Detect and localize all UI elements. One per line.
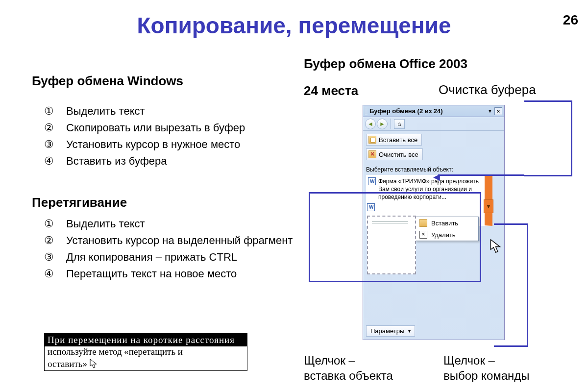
list-item: Скопировать или вырезать в буфер — [44, 120, 289, 136]
back-button[interactable]: ◄ — [365, 119, 376, 129]
callout-frame — [524, 100, 572, 176]
clipboard-item-thumb[interactable] — [367, 216, 416, 274]
separator — [391, 119, 391, 129]
callout-line — [438, 174, 524, 176]
clear-icon — [368, 150, 376, 158]
context-menu-paste[interactable]: Вставить — [416, 217, 478, 229]
list-item: Установить курсор на выделенный фрагмент — [44, 232, 299, 249]
callout-line — [494, 223, 528, 225]
button-label: Очистить все — [379, 151, 418, 158]
heading-drag: Перетягивание — [32, 195, 127, 210]
list-item: Для копирования – прижать CTRL — [44, 249, 299, 266]
annotation-command: Щелчок –выбор команды — [443, 353, 530, 383]
list-item: Выделить текст — [44, 216, 299, 232]
arrow-icon: ◀ — [433, 172, 440, 182]
options-button[interactable]: Параметры — [366, 325, 415, 337]
menu-label: Удалить — [431, 231, 456, 239]
svg-marker-0 — [90, 359, 97, 368]
menu-label: Вставить — [431, 220, 458, 227]
pane-nav: ◄ ► ⌂ — [363, 117, 504, 131]
heading-windows-clipboard: Буфер обмена Windows — [32, 74, 183, 89]
drag-example-text: используйте метод «перетащить и — [48, 346, 183, 357]
context-menu-delete[interactable]: × Удалить — [416, 229, 478, 241]
paste-all-button[interactable]: Вставить все — [366, 134, 422, 146]
context-menu: Вставить × Удалить — [415, 217, 479, 241]
word-doc-icon — [368, 177, 376, 185]
drag-example-box: При перемещении на короткие расстояния и… — [44, 333, 247, 371]
clipboard-item-text: Фирма «ТРИУМФ» рада предложить Вам свои … — [378, 178, 479, 200]
list-item: Вставить из буфера — [44, 153, 289, 170]
forward-button[interactable]: ► — [377, 119, 388, 129]
annotation-insert: Щелчок –вставка объекта — [304, 353, 393, 383]
dropdown-icon[interactable]: ▼ — [488, 108, 492, 114]
heading-office-clipboard: Буфер обмена Office 2003 — [304, 56, 467, 72]
drag-example-highlight: При перемещении на короткие расстояния — [45, 334, 247, 346]
capacity-label: 24 места — [304, 83, 358, 98]
delete-icon: × — [419, 231, 427, 239]
pane-title: Буфер обмена (2 из 24) — [369, 107, 443, 115]
paste-icon — [419, 219, 427, 227]
button-label: Вставить все — [379, 136, 417, 144]
list-item: Установить курсор в нужное место — [44, 136, 289, 153]
drag-steps-list: Выделить текст Установить курсор на выде… — [44, 216, 299, 282]
drag-example-text: оставить» — [48, 359, 87, 369]
item-dropdown-button[interactable]: ▼ — [484, 199, 493, 213]
windows-steps-list: Выделить текст Скопировать или вырезать … — [44, 103, 289, 170]
list-item: Перетащить текст на новое место — [44, 266, 299, 282]
clipboard-task-pane: Буфер обмена (2 из 24) ▼ × ◄ ► ⌂ Вставит… — [363, 105, 505, 340]
paste-icon — [368, 136, 376, 144]
grip-icon — [365, 108, 368, 115]
button-label: Параметры — [370, 327, 404, 335]
close-button[interactable]: × — [494, 107, 502, 115]
slide-title: Копирование, перемещение — [0, 12, 588, 39]
clear-all-button[interactable]: Очистить все — [366, 148, 423, 160]
cursor-icon — [90, 359, 98, 371]
word-doc-icon — [367, 203, 375, 211]
pane-titlebar: Буфер обмена (2 из 24) ▼ × — [363, 105, 504, 117]
list-item: Выделить текст — [44, 103, 289, 120]
home-button[interactable]: ⌂ — [394, 119, 405, 129]
label-clear-buffer: Очистка буфера — [439, 82, 536, 98]
